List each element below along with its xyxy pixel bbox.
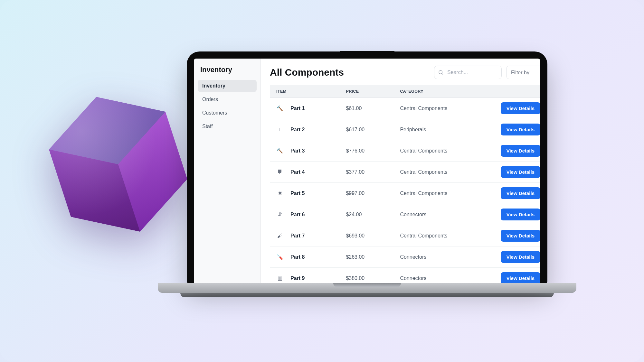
view-details-button[interactable]: View Details: [501, 230, 540, 242]
item-price: $24.00: [340, 204, 394, 225]
shield-icon: ⛊: [276, 169, 283, 176]
col-header-action: [475, 85, 540, 98]
item-price: $617.00: [340, 119, 394, 140]
item-category: Connectors: [394, 246, 475, 268]
col-header-price: PRICE: [340, 85, 394, 98]
item-category: Connectors: [394, 268, 475, 283]
filter-select[interactable]: Filter by...: [506, 66, 540, 79]
screwdriver-icon: 🪛: [276, 254, 283, 261]
item-category: Connectors: [394, 204, 475, 225]
item-name: Part 7: [290, 233, 305, 239]
col-header-category: CATEGORY: [394, 85, 475, 98]
item-category: Central Components: [394, 162, 475, 183]
item-category: Peripherals: [394, 119, 475, 140]
col-header-item: ITEM: [270, 85, 340, 98]
sidebar-title: Inventory: [198, 66, 257, 80]
sidebar-item-inventory[interactable]: Inventory: [198, 80, 257, 92]
mallet-icon: 🔨: [276, 147, 283, 154]
table-row: 🔨Part 3$776.00Central ComponentsView Det…: [270, 140, 540, 162]
brush-icon: 🖌: [276, 232, 283, 239]
table-row: 🪛Part 8$263.00ConnectorsView Details: [270, 246, 540, 268]
sliders-icon: ⇵: [276, 211, 283, 218]
search-input[interactable]: [434, 66, 502, 79]
item-price: $997.00: [340, 183, 394, 204]
view-details-button[interactable]: View Details: [501, 124, 540, 135]
antenna-icon: ⟂: [276, 126, 283, 133]
item-name: Part 1: [290, 106, 305, 111]
search-wrap: [434, 66, 502, 79]
view-details-button[interactable]: View Details: [501, 145, 540, 157]
view-details-button[interactable]: View Details: [501, 187, 540, 199]
sidebar-item-staff[interactable]: Staff: [198, 120, 257, 133]
item-category: Central Components: [394, 140, 475, 162]
hammer-icon: 🔨: [276, 105, 283, 112]
table-row: ▥Part 9$380.00ConnectorsView Details: [270, 268, 540, 283]
view-details-button[interactable]: View Details: [501, 272, 540, 283]
item-name: Part 4: [290, 169, 305, 175]
view-details-button[interactable]: View Details: [501, 251, 540, 263]
item-price: $776.00: [340, 140, 394, 162]
item-price: $380.00: [340, 268, 394, 283]
item-price: $377.00: [340, 162, 394, 183]
components-table: ITEM PRICE CATEGORY 🔨Part 1$61.00Central…: [270, 85, 540, 283]
item-name: Part 8: [290, 254, 305, 260]
item-price: $61.00: [340, 98, 394, 119]
bars-icon: ▥: [276, 275, 283, 282]
search-icon: [438, 70, 444, 75]
view-details-button[interactable]: View Details: [501, 209, 540, 220]
topbar: All Components Filter by...: [270, 66, 540, 79]
sidebar: Inventory InventoryOrdersCustomersStaff: [194, 59, 261, 283]
svg-line-1: [442, 73, 443, 74]
item-name: Part 3: [290, 148, 305, 154]
table-row: 🔨Part 1$61.00Central ComponentsView Deta…: [270, 98, 540, 119]
crossbones-icon: ✖: [276, 190, 283, 197]
table-row: ⟂Part 2$617.00PeripheralsView Details: [270, 119, 540, 140]
laptop-frame: Inventory InventoryOrdersCustomersStaff …: [158, 51, 576, 297]
item-category: Central Components: [394, 98, 475, 119]
table-row: ✖Part 5$997.00Central ComponentsView Det…: [270, 183, 540, 204]
item-name: Part 2: [290, 127, 305, 133]
view-details-button[interactable]: View Details: [501, 102, 540, 114]
table-row: ⛊Part 4$377.00Central ComponentsView Det…: [270, 162, 540, 183]
item-name: Part 6: [290, 212, 305, 218]
table-row: 🖌Part 7$693.00Central ComponentsView Det…: [270, 225, 540, 246]
svg-point-0: [439, 70, 442, 74]
sidebar-item-customers[interactable]: Customers: [198, 107, 257, 119]
item-name: Part 5: [290, 190, 305, 196]
item-price: $263.00: [340, 246, 394, 268]
table-row: ⇵Part 6$24.00ConnectorsView Details: [270, 204, 540, 225]
sidebar-item-orders[interactable]: Orders: [198, 93, 257, 106]
page-title: All Components: [270, 67, 430, 78]
item-category: Central Components: [394, 225, 475, 246]
item-category: Central Components: [394, 183, 475, 204]
item-name: Part 9: [290, 275, 305, 281]
item-price: $693.00: [340, 225, 394, 246]
main-panel: All Components Filter by...: [261, 59, 540, 283]
view-details-button[interactable]: View Details: [501, 166, 540, 178]
app-screen: Inventory InventoryOrdersCustomersStaff …: [194, 59, 540, 283]
